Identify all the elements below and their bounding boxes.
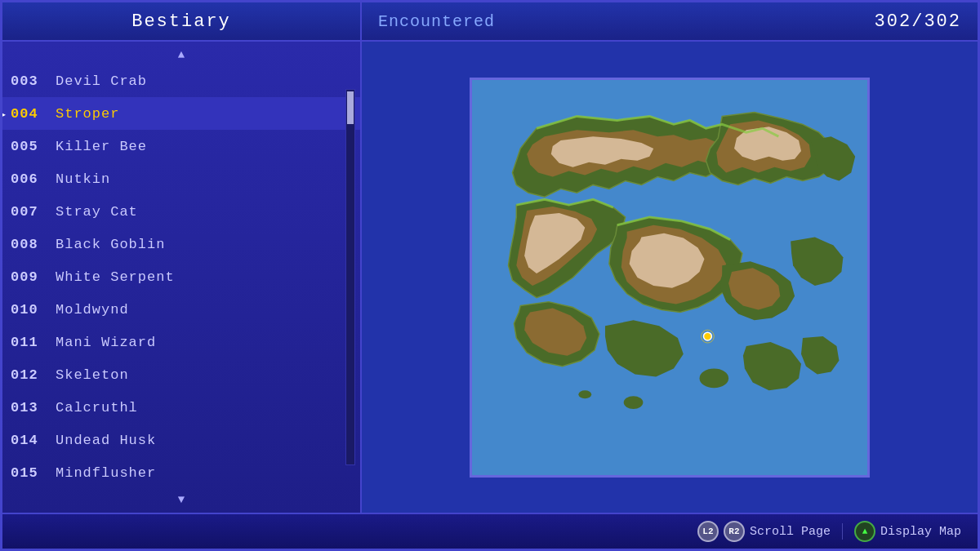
item-number: 009 — [11, 269, 56, 285]
item-name: Moldwynd — [56, 302, 129, 318]
triangle-button[interactable]: ▲ — [854, 521, 875, 542]
svg-point-3 — [578, 390, 591, 398]
item-number: 008 — [11, 237, 56, 252]
bestiary-item[interactable]: 006Nutkin — [2, 162, 360, 195]
scrollbar-thumb — [347, 91, 354, 124]
r2-button[interactable]: R2 — [724, 521, 745, 542]
item-name: Mani Wizard — [56, 335, 156, 350]
header-right-section: Encountered 302/302 — [362, 2, 978, 40]
footer: L2 R2 Scroll Page ▲ Display Map — [2, 513, 978, 549]
bestiary-list: 003Devil Crab▶004Stroper005Killer Bee006… — [2, 64, 360, 490]
bestiary-item[interactable]: 009White Serpent — [2, 260, 360, 293]
scrollbar-track[interactable] — [345, 89, 355, 465]
item-number: 003 — [11, 73, 56, 89]
selection-cursor: ▶ — [2, 104, 7, 124]
item-number: 010 — [11, 302, 56, 318]
screen: Bestiary Encountered 302/302 ▲ 003Devil … — [0, 0, 980, 551]
svg-point-2 — [624, 396, 644, 409]
item-number: 007 — [11, 204, 56, 220]
item-number: 005 — [11, 139, 56, 154]
item-name: Black Goblin — [56, 237, 165, 252]
bestiary-item[interactable]: 013Calcruthl — [2, 391, 360, 424]
item-name: Skeleton — [56, 367, 129, 383]
item-name: Killer Bee — [56, 139, 147, 154]
bestiary-panel: ▲ 003Devil Crab▶004Stroper005Killer Bee0… — [2, 42, 362, 513]
item-name: Nutkin — [56, 171, 110, 187]
item-name: Stray Cat — [56, 204, 138, 220]
map-panel — [362, 42, 978, 513]
bestiary-item[interactable]: 010Moldwynd — [2, 293, 360, 326]
hint-separator — [842, 523, 843, 540]
scroll-hint-label: Scroll Page — [750, 525, 831, 539]
scroll-down-arrow[interactable]: ▼ — [2, 490, 360, 509]
svg-point-1 — [700, 368, 729, 388]
header-title-section: Bestiary — [2, 2, 362, 40]
bestiary-item[interactable]: 005Killer Bee — [2, 130, 360, 162]
scroll-up-arrow[interactable]: ▲ — [2, 45, 360, 64]
item-number: 011 — [11, 335, 56, 350]
display-map-hint: ▲ Display Map — [854, 521, 961, 542]
world-map — [470, 78, 870, 478]
bestiary-title: Bestiary — [131, 11, 231, 32]
encounter-count: 302/302 — [875, 11, 961, 32]
item-number: 004 — [11, 106, 56, 122]
display-map-label: Display Map — [880, 525, 961, 539]
svg-point-4 — [703, 332, 711, 340]
bestiary-item[interactable]: 003Devil Crab — [2, 64, 360, 97]
item-number: 015 — [11, 465, 56, 481]
item-number: 013 — [11, 400, 56, 415]
item-name: Mindflusher — [56, 465, 156, 481]
item-number: 006 — [11, 171, 56, 187]
item-name: Stroper — [56, 106, 119, 122]
map-svg — [472, 80, 867, 475]
header: Bestiary Encountered 302/302 — [2, 2, 978, 42]
bestiary-item[interactable]: 012Skeleton — [2, 358, 360, 391]
item-name: Calcruthl — [56, 400, 138, 415]
bestiary-item[interactable]: 008Black Goblin — [2, 228, 360, 260]
item-name: Undead Husk — [56, 433, 156, 448]
encountered-label: Encountered — [378, 12, 495, 31]
item-number: 012 — [11, 367, 56, 383]
item-name: Devil Crab — [56, 73, 147, 89]
l2-button[interactable]: L2 — [697, 521, 719, 542]
item-name: White Serpent — [56, 269, 175, 285]
bestiary-item[interactable]: ▶004Stroper — [2, 97, 360, 130]
scroll-page-hint: L2 R2 Scroll Page — [697, 521, 831, 542]
bestiary-item[interactable]: 007Stray Cat — [2, 195, 360, 228]
bestiary-item[interactable]: 015Mindflusher — [2, 456, 360, 489]
bestiary-item[interactable]: 011Mani Wizard — [2, 326, 360, 358]
item-number: 014 — [11, 433, 56, 448]
bestiary-item[interactable]: 014Undead Husk — [2, 424, 360, 456]
main-content: ▲ 003Devil Crab▶004Stroper005Killer Bee0… — [2, 42, 978, 513]
